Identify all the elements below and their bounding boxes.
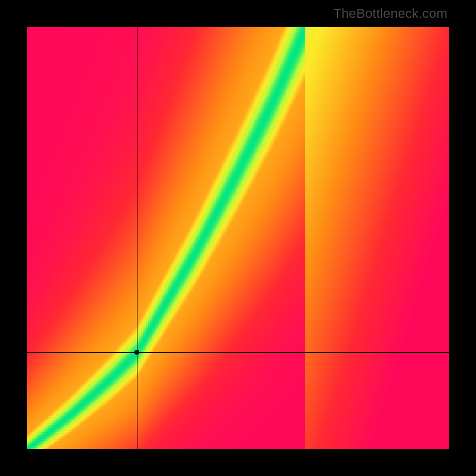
watermark-text: TheBottleneck.com xyxy=(333,6,447,21)
crosshair-horizontal xyxy=(27,352,449,353)
chart-frame: TheBottleneck.com xyxy=(0,0,476,476)
crosshair-vertical xyxy=(137,27,137,449)
selection-marker xyxy=(134,350,139,355)
bottleneck-heatmap xyxy=(27,27,449,449)
